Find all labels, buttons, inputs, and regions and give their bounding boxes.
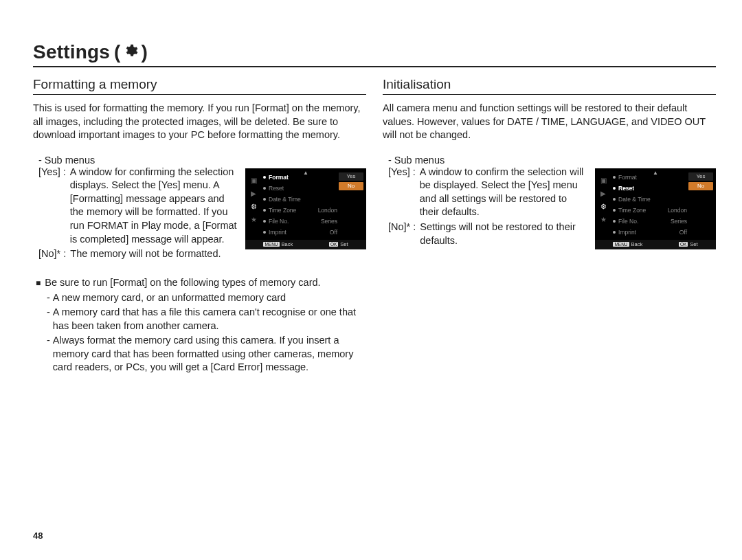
left-yes-val: A window for confirming the selection di… <box>70 166 237 246</box>
note-text: Always format the memory card using this… <box>53 334 366 374</box>
right-column: Initialisation All camera menu and funct… <box>383 77 716 376</box>
caret-up-icon: ▲ <box>303 170 308 176</box>
right-yes-row: [Yes] : A window to confirm the selectio… <box>383 166 716 249</box>
right-intro: All camera menu and function settings wi… <box>383 102 716 142</box>
right-no-val: Settings will not be restored to their d… <box>420 221 587 247</box>
lcd-menu-row: Reset <box>262 183 339 193</box>
lcd-row-value: Off <box>679 228 687 236</box>
lcd-tab-icons: ▣ ▶ ⚙ ★ <box>248 172 259 249</box>
page-title: Settings <box>33 41 110 63</box>
lcd-row-value: London <box>318 206 337 214</box>
left-note-list: -A new memory card, or an unformatted me… <box>47 291 366 374</box>
left-intro: This is used for formatting the memory. … <box>33 102 366 142</box>
lcd-row-label: File No. <box>613 217 638 225</box>
dash-icon: - <box>47 306 50 333</box>
note-text: A memory card that has a file this camer… <box>53 306 366 333</box>
lcd-row-label: Imprint <box>263 228 286 236</box>
lcd-tab-icons: ▣ ▶ ⚙ ★ <box>598 172 609 249</box>
lcd-menu-row: Date & Time <box>611 194 688 204</box>
lcd-menu-row: ImprintOff <box>262 227 339 237</box>
left-no-val: The memory will not be formatted. <box>70 247 237 261</box>
lcd-row-label: Format <box>613 173 637 181</box>
lcd-row-label: Time Zone <box>613 206 646 214</box>
lcd-option-no: No <box>339 182 363 190</box>
lcd-menu-row: File No.Series <box>611 216 688 226</box>
camera-icon: ▣ <box>251 177 257 184</box>
dash-icon: - <box>47 334 50 374</box>
square-bullet-icon: ■ <box>36 276 41 290</box>
lcd-menu-row: Format <box>262 172 339 182</box>
left-yes-row: [Yes] : A window for confirming the sele… <box>33 166 366 261</box>
lcd-back-label: Back <box>631 241 643 247</box>
lcd-row-value: Off <box>330 228 337 236</box>
lcd-footer-right: MENUBack OKSet <box>595 240 716 249</box>
right-yes-val: A window to confirm the selection will b… <box>420 166 587 219</box>
left-submenus-label: - Sub menus <box>38 155 366 166</box>
lcd-option-yes: Yes <box>339 172 363 181</box>
dash-icon: - <box>47 291 50 305</box>
lcd-screenshot-format: ▲ ▣ ▶ ⚙ ★ FormatResetDate & TimeTime Zon… <box>245 168 366 249</box>
left-note-head: Be sure to run [Format] on the following… <box>45 276 320 290</box>
lcd-menu-row: ImprintOff <box>611 227 688 237</box>
lcd-row-label: Reset <box>263 184 284 192</box>
caret-up-icon: ▲ <box>653 170 658 176</box>
gear-icon <box>123 41 138 63</box>
lcd-back-label: Back <box>282 241 293 247</box>
lcd-row-label: Date & Time <box>263 195 301 203</box>
menu-button-icon: MENU <box>613 242 629 247</box>
lcd-menu-row: File No.Series <box>262 216 339 226</box>
lcd-row-label: Format <box>263 173 289 181</box>
left-yes-key: [Yes] : <box>38 166 66 246</box>
title-gear-group: ( ) <box>114 41 148 63</box>
lcd-row-label: Date & Time <box>613 195 651 203</box>
lcd-set-label: Set <box>340 241 348 247</box>
gear-icon: ⚙ <box>600 203 607 210</box>
right-heading: Initialisation <box>383 77 716 95</box>
play-icon: ▶ <box>600 190 606 197</box>
note-item: -A memory card that has a file this came… <box>47 306 366 333</box>
lcd-menu-row: Time ZoneLondon <box>262 205 339 215</box>
note-item: -Always format the memory card using thi… <box>47 334 366 374</box>
left-heading: Formatting a memory <box>33 77 366 95</box>
lcd-row-label: Reset <box>613 184 634 192</box>
lcd-row-value: Series <box>321 217 337 225</box>
paren-open: ( <box>114 41 120 63</box>
lcd-footer-left: MENUBack OKSet <box>245 240 366 249</box>
menu-button-icon: MENU <box>263 242 279 247</box>
note-text: A new memory card, or an unformatted mem… <box>53 291 286 305</box>
lcd-options-right: Yes No <box>688 172 713 249</box>
left-column: Formatting a memory This is used for for… <box>33 77 366 376</box>
play-icon: ▶ <box>251 190 256 197</box>
ok-button-icon: OK <box>679 242 688 247</box>
star-icon: ★ <box>251 216 257 223</box>
lcd-screenshot-reset: ▲ ▣ ▶ ⚙ ★ FormatResetDate & TimeTime Zon… <box>595 168 716 249</box>
lcd-row-value: Series <box>671 217 687 225</box>
lcd-set-label: Set <box>690 241 697 247</box>
note-item: -A new memory card, or an unformatted me… <box>47 291 366 305</box>
right-yes-key: [Yes] : <box>388 166 416 219</box>
left-no-key: [No]* : <box>38 247 66 261</box>
ok-button-icon: OK <box>329 242 338 247</box>
page-title-row: Settings ( ) <box>33 41 716 67</box>
lcd-menu-right: FormatResetDate & TimeTime ZoneLondonFil… <box>609 172 688 249</box>
star-icon: ★ <box>600 216 607 223</box>
lcd-menu-row: Reset <box>611 183 688 193</box>
lcd-menu-row: Date & Time <box>262 194 339 204</box>
lcd-options-left: Yes No <box>339 172 363 249</box>
paren-close: ) <box>141 41 147 63</box>
left-notes: ■ Be sure to run [Format] on the followi… <box>33 276 366 374</box>
lcd-row-label: File No. <box>263 217 289 225</box>
lcd-menu-left: FormatResetDate & TimeTime ZoneLondonFil… <box>259 172 339 249</box>
lcd-option-no: No <box>688 182 713 190</box>
columns: Formatting a memory This is used for for… <box>33 77 716 376</box>
page-number: 48 <box>33 530 43 541</box>
lcd-menu-row: Format <box>611 172 688 182</box>
lcd-row-label: Imprint <box>613 228 636 236</box>
gear-icon: ⚙ <box>251 203 257 210</box>
right-submenus-label: - Sub menus <box>388 155 716 166</box>
camera-icon: ▣ <box>600 177 607 184</box>
manual-page: Settings ( ) Formatting a memory This is… <box>0 0 742 560</box>
lcd-row-value: London <box>668 206 687 214</box>
right-no-key: [No]* : <box>388 221 416 247</box>
lcd-option-yes: Yes <box>688 172 713 181</box>
